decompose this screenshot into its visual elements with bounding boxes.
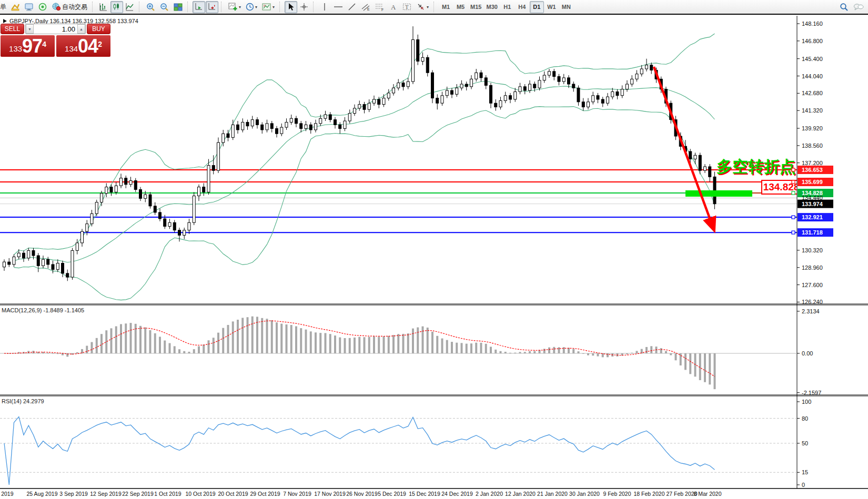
- bar-chart-button[interactable]: [97, 1, 110, 13]
- tab-timeframe-H1[interactable]: H1: [500, 1, 514, 13]
- svg-text:10 Oct 2019: 10 Oct 2019: [185, 491, 215, 497]
- svg-text:5 Dec 2019: 5 Dec 2019: [378, 491, 406, 497]
- svg-text:22 Sep 2019: 22 Sep 2019: [122, 491, 154, 497]
- text-label-icon: T: [402, 3, 412, 11]
- strategy-tester-icon: [38, 3, 47, 11]
- svg-text:25 Aug 2019: 25 Aug 2019: [27, 491, 58, 497]
- indicators-button[interactable]: ▾: [226, 1, 243, 13]
- line-chart-button[interactable]: [124, 1, 136, 13]
- svg-text:133.974: 133.974: [802, 201, 823, 207]
- svg-text:29 Oct 2019: 29 Oct 2019: [250, 491, 280, 497]
- crosshair-button[interactable]: [298, 1, 310, 13]
- periods-button[interactable]: ▾: [244, 1, 259, 13]
- tab-timeframe-MN[interactable]: MN: [559, 1, 573, 13]
- vertical-line-button[interactable]: [318, 1, 331, 13]
- tab-timeframe-D1[interactable]: D1: [530, 1, 544, 13]
- search-icon: [840, 3, 849, 12]
- vertical-line-icon: [322, 3, 327, 11]
- buy-price-pips: 04: [78, 37, 98, 56]
- svg-text:137.200: 137.200: [802, 160, 823, 166]
- periods-dropdown-arrow[interactable]: ▾: [255, 5, 257, 9]
- text-label-button[interactable]: T: [400, 1, 414, 13]
- new-order-button[interactable]: 新订单: [0, 1, 8, 13]
- svg-text:E: E: [367, 7, 370, 11]
- tab-timeframe-M30[interactable]: M30: [484, 1, 499, 13]
- horizontal-line-button[interactable]: [331, 1, 345, 13]
- auto-scroll-button[interactable]: [193, 1, 205, 13]
- text-button[interactable]: A: [387, 1, 400, 13]
- toolbar-separator: [92, 2, 95, 12]
- terminal-button[interactable]: [23, 1, 36, 13]
- tab-timeframe-M15[interactable]: M15: [468, 1, 483, 13]
- svg-text:27 Feb 2020: 27 Feb 2020: [667, 491, 698, 497]
- svg-text:80: 80: [802, 415, 808, 422]
- line-chart-icon: [126, 3, 134, 11]
- svg-text:145.400: 145.400: [802, 56, 823, 62]
- auto-scroll-icon: [195, 3, 203, 11]
- indicators-dropdown-arrow[interactable]: ▾: [239, 5, 241, 9]
- autotrading-button[interactable]: 自动交易: [49, 1, 89, 13]
- svg-text:7 Nov 2019: 7 Nov 2019: [283, 491, 311, 497]
- templates-button[interactable]: ▾: [260, 1, 277, 13]
- toolbar-separator: [221, 2, 224, 12]
- svg-text:127.600: 127.600: [802, 282, 823, 288]
- svg-text:144.040: 144.040: [802, 73, 823, 79]
- zoom-in-button[interactable]: [144, 1, 157, 13]
- text-icon: A: [390, 3, 397, 11]
- search-button[interactable]: [837, 1, 851, 13]
- svg-text:132.921: 132.921: [802, 214, 823, 220]
- volume-input[interactable]: [34, 24, 77, 34]
- cursor-button[interactable]: [285, 1, 297, 13]
- svg-text:141.320: 141.320: [802, 107, 823, 114]
- chat-button[interactable]: [851, 1, 866, 13]
- svg-text:-2.1597: -2.1597: [802, 390, 821, 396]
- tab-timeframe-H4[interactable]: H4: [515, 1, 529, 13]
- bar-chart-icon: [99, 3, 108, 11]
- volume-decrease-button[interactable]: ▼: [26, 24, 34, 34]
- autotrading-icon: [52, 3, 61, 11]
- buy-price[interactable]: 134042: [56, 35, 110, 57]
- toolbar-separator: [187, 2, 190, 12]
- zoom-out-button[interactable]: [158, 1, 171, 13]
- tab-timeframe-W1[interactable]: W1: [544, 1, 559, 13]
- sell-price[interactable]: 133974: [1, 35, 55, 57]
- top-toolbar: 新订单 自动交易: [0, 0, 868, 15]
- arrows-dropdown-arrow[interactable]: ▾: [427, 5, 429, 9]
- svg-text:24 Dec 2019: 24 Dec 2019: [441, 491, 473, 497]
- tile-windows-icon: [174, 3, 183, 11]
- market-watch-icon: [11, 3, 20, 11]
- candlestick-chart-button[interactable]: [110, 1, 123, 13]
- trendline-icon: [348, 3, 356, 11]
- templates-icon: [262, 3, 271, 11]
- svg-text:139.920: 139.920: [802, 125, 823, 131]
- tile-windows-button[interactable]: [171, 1, 185, 13]
- svg-text:135.699: 135.699: [802, 179, 823, 185]
- tab-timeframe-M1[interactable]: M1: [439, 1, 453, 13]
- templates-dropdown-arrow[interactable]: ▾: [272, 5, 275, 9]
- arrows-button[interactable]: ▾: [415, 1, 431, 13]
- equidistant-channel-button[interactable]: E: [359, 1, 372, 13]
- svg-text:12 Jan 2020: 12 Jan 2020: [505, 491, 536, 497]
- fibonacci-button[interactable]: F: [373, 1, 387, 13]
- strategy-tester-button[interactable]: [36, 1, 49, 13]
- tab-timeframe-M5[interactable]: M5: [453, 1, 468, 13]
- volume-increase-button[interactable]: ▲: [77, 24, 85, 34]
- sell-price-point: 4: [42, 36, 46, 52]
- svg-text:130.320: 130.320: [802, 247, 823, 253]
- buy-button[interactable]: BUY: [87, 24, 110, 34]
- chart-canvas[interactable]: 多空转折点多空转折点134.828148.160146.800145.40014…: [0, 16, 868, 499]
- sell-button[interactable]: SELL: [1, 24, 24, 34]
- svg-text:9 Feb 2020: 9 Feb 2020: [603, 491, 631, 497]
- svg-text:126.240: 126.240: [802, 299, 823, 305]
- svg-text:15: 15: [802, 469, 808, 475]
- svg-text:RSI(14) 24.2979: RSI(14) 24.2979: [2, 398, 44, 404]
- svg-text:146.800: 146.800: [802, 38, 823, 44]
- trendline-button[interactable]: [346, 1, 358, 13]
- market-watch-button[interactable]: [9, 1, 22, 13]
- indicators-icon: [228, 3, 238, 11]
- toolbar-separator: [139, 2, 142, 12]
- sell-price-pips: 97: [22, 37, 42, 56]
- chart-shift-button[interactable]: [206, 1, 218, 13]
- svg-text:18 Feb 2020: 18 Feb 2020: [634, 491, 665, 497]
- horizontal-line-icon: [334, 5, 343, 9]
